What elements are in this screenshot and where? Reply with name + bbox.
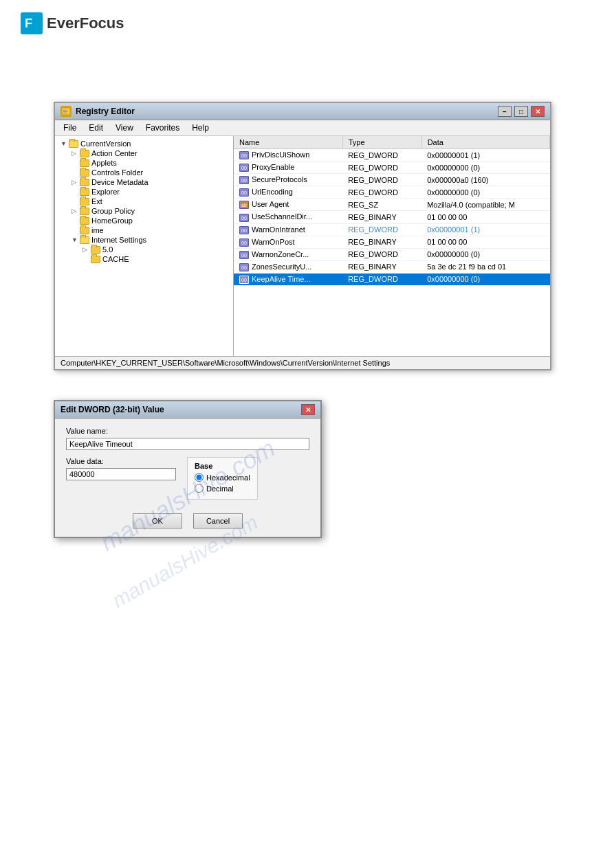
tree-folder-icon: [80, 217, 89, 225]
menu-favorites[interactable]: Favorites: [140, 122, 185, 134]
reg-type-cell: REG_BINARY: [342, 211, 421, 223]
dialog-titlebar: Edit DWORD (32-bit) Value ✕: [55, 401, 320, 419]
reg-name-cell: 00WarnOnIntranet: [234, 223, 342, 236]
svg-text:F: F: [25, 16, 32, 30]
tree-arrow-icon: ▼: [72, 236, 80, 243]
tree-folder-icon: [80, 150, 89, 157]
titlebar-buttons[interactable]: − □ ✕: [498, 106, 545, 117]
reg-type-icon: ab: [239, 201, 249, 209]
reg-type-cell: REG_DWORD: [342, 186, 421, 199]
tree-item[interactable]: ▼Internet Settings: [55, 235, 233, 245]
tree-arrow-icon: ▷: [83, 246, 91, 253]
reg-type-cell: REG_SZ: [342, 199, 421, 211]
table-row[interactable]: 00ProxyEnableREG_DWORD0x00000000 (0): [234, 162, 550, 174]
tree-item-label: Ext: [91, 197, 102, 205]
col-name: Name: [234, 136, 342, 149]
tree-folder-icon: [80, 198, 89, 205]
tree-folder-icon: [91, 256, 100, 263]
reg-type-cell: REG_DWORD: [342, 273, 421, 285]
reg-type-icon: 00: [239, 251, 249, 259]
reg-data-cell: 5a 3e dc 21 f9 ba cd 01: [421, 260, 549, 273]
reg-type-cell: REG_DWORD: [342, 149, 421, 162]
tree-item[interactable]: CACHE: [55, 254, 233, 264]
tree-arrow-icon: ▷: [72, 208, 80, 214]
dialog-buttons: OK Cancel: [55, 508, 320, 537]
table-row[interactable]: 00WarnOnPostREG_BINARY01 00 00 00: [234, 236, 550, 248]
menu-help[interactable]: Help: [186, 122, 215, 134]
hexadecimal-radio-row[interactable]: Hexadecimal: [195, 473, 250, 482]
reg-name-cell: 00SecureProtocols: [234, 174, 342, 186]
decimal-radio-row[interactable]: Decimal: [195, 484, 250, 493]
tree-item-label: Applets: [91, 159, 117, 167]
table-row[interactable]: 00WarnOnIntranetREG_DWORD0x00000001 (1): [234, 223, 550, 236]
tree-item[interactable]: ▷Device Metadata: [55, 177, 233, 187]
tree-item-label: ime: [91, 226, 104, 234]
registry-menubar: File Edit View Favorites Help: [55, 120, 550, 136]
tree-item[interactable]: Ext: [55, 197, 233, 206]
reg-type-icon: 00: [239, 151, 249, 159]
reg-data-cell: 0x00000001 (1): [421, 149, 549, 162]
tree-item-label: 5.0: [102, 245, 113, 254]
tree-item[interactable]: ▷5.0: [55, 245, 233, 254]
cancel-button[interactable]: Cancel: [193, 513, 243, 528]
reg-type-cell: REG_BINARY: [342, 236, 421, 248]
registry-data-pane[interactable]: Name Type Data 00PrivDiscUiShownREG_DWOR…: [234, 136, 550, 356]
table-row[interactable]: 00UseSchannelDir...REG_BINARY01 00 00 00: [234, 211, 550, 223]
ok-button[interactable]: OK: [133, 513, 182, 528]
reg-type-cell: REG_BINARY: [342, 260, 421, 273]
tree-item[interactable]: ▷Action Center: [55, 148, 233, 158]
tree-item[interactable]: Applets: [55, 158, 233, 168]
close-button[interactable]: ✕: [531, 106, 545, 117]
menu-view[interactable]: View: [110, 122, 139, 134]
tree-folder-icon: [80, 227, 89, 234]
reg-type-icon: 00: [239, 226, 249, 234]
tree-item[interactable]: Controls Folder: [55, 168, 233, 177]
dialog-close-button[interactable]: ✕: [301, 404, 315, 415]
hexadecimal-radio[interactable]: [195, 473, 204, 482]
reg-name-cell: 00WarnOnPost: [234, 236, 342, 248]
table-row[interactable]: abUser AgentREG_SZMozilla/4.0 (compatibl…: [234, 199, 550, 211]
col-type: Type: [342, 136, 421, 149]
tree-folder-icon: [80, 208, 89, 215]
tree-item[interactable]: Explorer: [55, 187, 233, 197]
tree-arrow-icon: ▷: [72, 150, 80, 157]
edit-dword-dialog: Edit DWORD (32-bit) Value ✕ Value name: …: [54, 400, 322, 538]
reg-type-icon: 00: [239, 263, 249, 271]
decimal-radio[interactable]: [195, 484, 204, 493]
tree-folder-icon: [80, 159, 89, 167]
registry-title-text: Registry Editor: [76, 107, 135, 116]
registry-tree-pane[interactable]: ▼CurrentVersion▷Action CenterAppletsCont…: [55, 136, 234, 356]
reg-type-cell: REG_DWORD: [342, 223, 421, 236]
tree-folder-icon: [80, 179, 89, 186]
table-row[interactable]: 00ZonesSecurityU...REG_BINARY5a 3e dc 21…: [234, 260, 550, 273]
dialog-body: Value name: Value data: Base Hexadecimal…: [55, 419, 320, 508]
titlebar-left: Registry Editor: [61, 106, 135, 117]
tree-folder-icon: [91, 246, 100, 254]
maximize-button[interactable]: □: [514, 106, 528, 117]
window-content: ▼CurrentVersion▷Action CenterAppletsCont…: [55, 136, 550, 356]
table-row[interactable]: 00PrivDiscUiShownREG_DWORD0x00000001 (1): [234, 149, 550, 162]
value-data-input[interactable]: [66, 468, 176, 480]
reg-type-icon: 00: [239, 276, 249, 284]
hexadecimal-label: Hexadecimal: [206, 474, 250, 482]
table-row[interactable]: 00KeepAlive Time...REG_DWORD0x00000000 (…: [234, 273, 550, 285]
tree-item[interactable]: ▷Group Policy: [55, 206, 233, 216]
menu-edit[interactable]: Edit: [83, 122, 109, 134]
value-name-input[interactable]: [66, 438, 309, 450]
table-row[interactable]: 00SecureProtocolsREG_DWORD0x000000a0 (16…: [234, 174, 550, 186]
reg-data-cell: Mozilla/4.0 (compatible; M: [421, 199, 549, 211]
reg-type-icon: 00: [239, 188, 249, 197]
reg-name-cell: 00UrlEncoding: [234, 186, 342, 199]
registry-statusbar: Computer\HKEY_CURRENT_USER\Software\Micr…: [55, 356, 550, 369]
reg-name-cell: 00PrivDiscUiShown: [234, 149, 342, 162]
tree-item-label: HomeGroup: [91, 216, 133, 225]
table-row[interactable]: 00UrlEncodingREG_DWORD0x00000000 (0): [234, 186, 550, 199]
minimize-button[interactable]: −: [498, 106, 512, 117]
tree-item-label: Internet Settings: [91, 236, 146, 244]
reg-data-cell: 0x00000000 (0): [421, 248, 549, 260]
tree-item[interactable]: ime: [55, 225, 233, 235]
tree-item[interactable]: ▼CurrentVersion: [55, 139, 233, 148]
tree-item[interactable]: HomeGroup: [55, 216, 233, 225]
table-row[interactable]: 00WarnonZoneCr...REG_DWORD0x00000000 (0): [234, 248, 550, 260]
menu-file[interactable]: File: [58, 122, 82, 134]
